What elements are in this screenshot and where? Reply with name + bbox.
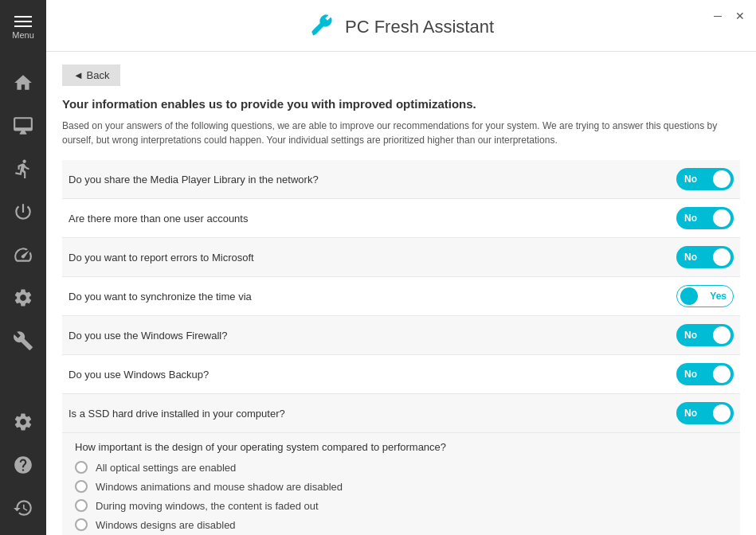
menu-label: Menu bbox=[12, 30, 34, 40]
question-label-q7: Is a SSD hard drive installed in your co… bbox=[69, 408, 285, 420]
design-question-group: How important is the design of your oper… bbox=[62, 433, 740, 535]
toggle-circle-q3 bbox=[713, 248, 731, 266]
main-content: PC Fresh Assistant ─ ✕ ◄ Back Your infor… bbox=[46, 0, 756, 535]
toggle-q6[interactable]: No bbox=[676, 363, 734, 385]
radio-label-opt4: Windows designs are disabled bbox=[96, 519, 236, 531]
radio-label-opt2: Windows animations and mouse shadow are … bbox=[96, 481, 343, 493]
questions-list: Do you share the Media Player Library in… bbox=[62, 160, 740, 433]
radio-circle-opt1 bbox=[75, 461, 88, 474]
hamburger-icon bbox=[14, 16, 32, 27]
radio-options-list: All optical settings are enabledWindows … bbox=[75, 461, 734, 535]
radio-circle-opt4 bbox=[75, 518, 88, 531]
sidebar-item-config[interactable] bbox=[0, 401, 46, 443]
power-icon bbox=[13, 201, 33, 222]
sidebar-bottom bbox=[0, 401, 46, 535]
toggle-label-q3: No bbox=[684, 252, 697, 263]
question-row-q2: Are there more than one user accountsNo bbox=[62, 199, 740, 238]
app-icon bbox=[308, 11, 337, 43]
optimize-icon bbox=[13, 158, 33, 179]
toggle-label-q4: Yes bbox=[710, 291, 727, 302]
section-description: Based on your answers of the following q… bbox=[62, 119, 740, 147]
question-label-q6: Do you use Windows Backup? bbox=[69, 369, 209, 381]
question-row-q3: Do you want to report errors to Microsof… bbox=[62, 238, 740, 277]
sidebar-item-optimize[interactable] bbox=[0, 148, 46, 189]
close-button[interactable]: ✕ bbox=[732, 8, 748, 24]
radio-item-opt4[interactable]: Windows designs are disabled bbox=[75, 518, 734, 531]
question-label-q3: Do you want to report errors to Microsof… bbox=[69, 252, 254, 264]
question-label-q5: Do you use the Windows Firewall? bbox=[69, 330, 227, 342]
toggle-circle-q7 bbox=[713, 404, 731, 422]
toggle-q5[interactable]: No bbox=[676, 324, 734, 346]
radio-item-opt3[interactable]: During moving windows, the content is fa… bbox=[75, 499, 734, 512]
config-icon bbox=[13, 412, 33, 432]
sidebar-nav bbox=[0, 56, 46, 401]
wrench-icon bbox=[308, 11, 337, 40]
help-icon bbox=[13, 455, 33, 475]
question-row-q5: Do you use the Windows Firewall?No bbox=[62, 316, 740, 355]
sidebar: Menu bbox=[0, 0, 46, 535]
sidebar-item-power[interactable] bbox=[0, 191, 46, 232]
radio-item-opt1[interactable]: All optical settings are enabled bbox=[75, 461, 734, 474]
radio-label-opt1: All optical settings are enabled bbox=[96, 462, 236, 474]
toggle-circle-q6 bbox=[713, 365, 731, 383]
speed-icon bbox=[13, 244, 33, 265]
app-title: PC Fresh Assistant bbox=[345, 17, 494, 37]
toggle-circle-q4 bbox=[680, 287, 698, 305]
question-row-q1: Do you share the Media Player Library in… bbox=[62, 160, 740, 199]
toggle-label-q5: No bbox=[684, 330, 697, 341]
toggle-label-q6: No bbox=[684, 369, 697, 380]
question-row-q6: Do you use Windows Backup?No bbox=[62, 355, 740, 394]
question-row-q7: Is a SSD hard drive installed in your co… bbox=[62, 394, 740, 433]
toggle-q4[interactable]: Yes bbox=[676, 285, 734, 307]
radio-circle-opt2 bbox=[75, 480, 88, 493]
sidebar-item-tools[interactable] bbox=[0, 320, 46, 361]
question-row-q4: Do you want to synchronize the time viaY… bbox=[62, 277, 740, 316]
question-label-q4: Do you want to synchronize the time via bbox=[69, 291, 252, 303]
sidebar-item-monitor[interactable] bbox=[0, 105, 46, 146]
monitor-icon bbox=[13, 115, 33, 136]
content-area: ◄ Back Your information enables us to pr… bbox=[46, 52, 756, 535]
app-logo: PC Fresh Assistant bbox=[308, 11, 494, 43]
toggle-label-q1: No bbox=[684, 174, 697, 185]
toggle-label-q7: No bbox=[684, 408, 697, 419]
tools-icon bbox=[13, 330, 33, 351]
radio-label-opt3: During moving windows, the content is fa… bbox=[96, 500, 319, 512]
titlebar: PC Fresh Assistant ─ ✕ bbox=[46, 0, 756, 52]
question-label-q2: Are there more than one user accounts bbox=[69, 213, 248, 225]
sidebar-item-settings[interactable] bbox=[0, 277, 46, 318]
sidebar-item-speed[interactable] bbox=[0, 234, 46, 275]
radio-item-opt2[interactable]: Windows animations and mouse shadow are … bbox=[75, 480, 734, 493]
toggle-q3[interactable]: No bbox=[676, 246, 734, 268]
question-label-q1: Do you share the Media Player Library in… bbox=[69, 174, 319, 185]
toggle-q7[interactable]: No bbox=[676, 402, 734, 424]
toggle-circle-q5 bbox=[713, 326, 731, 344]
toggle-q2[interactable]: No bbox=[676, 207, 734, 229]
sidebar-item-home[interactable] bbox=[0, 62, 46, 103]
settings-icon bbox=[13, 287, 33, 308]
minimize-button[interactable]: ─ bbox=[710, 8, 726, 24]
toggle-label-q2: No bbox=[684, 213, 697, 224]
toggle-circle-q2 bbox=[713, 209, 731, 227]
home-icon bbox=[13, 72, 33, 93]
sidebar-item-help[interactable] bbox=[0, 444, 46, 486]
section-title: Your information enables us to provide y… bbox=[62, 97, 740, 111]
menu-button[interactable]: Menu bbox=[0, 0, 46, 56]
back-button[interactable]: ◄ Back bbox=[62, 64, 120, 86]
toggle-q1[interactable]: No bbox=[676, 168, 734, 190]
history-icon bbox=[13, 498, 33, 518]
sidebar-item-history[interactable] bbox=[0, 487, 46, 529]
titlebar-controls: ─ ✕ bbox=[710, 8, 748, 24]
design-question-title: How important is the design of your oper… bbox=[75, 441, 734, 453]
radio-circle-opt3 bbox=[75, 499, 88, 512]
toggle-circle-q1 bbox=[713, 170, 731, 188]
